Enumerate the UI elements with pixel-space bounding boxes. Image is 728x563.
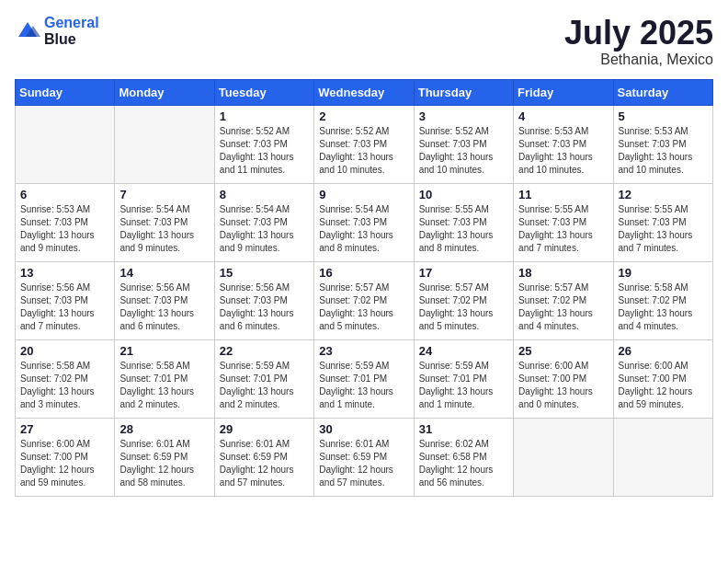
table-cell <box>115 105 214 183</box>
day-number: 29 <box>220 422 309 436</box>
table-cell: 4Sunrise: 5:53 AM Sunset: 7:03 PM Daylig… <box>514 105 613 183</box>
day-number: 10 <box>419 188 508 201</box>
day-info: Sunrise: 5:58 AM Sunset: 7:01 PM Dayligh… <box>119 360 209 411</box>
table-cell: 20Sunrise: 5:58 AM Sunset: 7:02 PM Dayli… <box>16 339 115 418</box>
week-row-3: 13Sunrise: 5:56 AM Sunset: 7:03 PM Dayli… <box>16 261 713 339</box>
table-cell: 7Sunrise: 5:54 AM Sunset: 7:03 PM Daylig… <box>115 183 214 261</box>
day-info: Sunrise: 5:52 AM Sunset: 7:03 PM Dayligh… <box>319 125 408 177</box>
table-cell: 16Sunrise: 5:57 AM Sunset: 7:02 PM Dayli… <box>314 261 414 339</box>
table-cell: 13Sunrise: 5:56 AM Sunset: 7:03 PM Dayli… <box>16 261 115 339</box>
week-row-5: 27Sunrise: 6:00 AM Sunset: 7:00 PM Dayli… <box>16 418 713 496</box>
table-cell: 17Sunrise: 5:57 AM Sunset: 7:02 PM Dayli… <box>414 261 513 339</box>
table-cell: 1Sunrise: 5:52 AM Sunset: 7:03 PM Daylig… <box>214 105 313 183</box>
table-cell: 9Sunrise: 5:54 AM Sunset: 7:03 PM Daylig… <box>314 183 414 261</box>
day-number: 28 <box>119 422 209 436</box>
day-info: Sunrise: 6:02 AM Sunset: 6:58 PM Dayligh… <box>419 438 508 489</box>
day-number: 15 <box>220 266 309 280</box>
day-number: 2 <box>319 109 408 123</box>
day-info: Sunrise: 5:58 AM Sunset: 7:02 PM Dayligh… <box>20 360 109 411</box>
page-header: General Blue July 2025 Bethania, Mexico <box>15 15 713 68</box>
day-number: 14 <box>119 266 209 280</box>
day-info: Sunrise: 5:57 AM Sunset: 7:02 PM Dayligh… <box>419 282 508 333</box>
day-number: 1 <box>220 109 309 123</box>
month-title: July 2025 <box>564 15 713 52</box>
table-cell: 28Sunrise: 6:01 AM Sunset: 6:59 PM Dayli… <box>115 418 214 496</box>
day-number: 3 <box>419 109 508 123</box>
table-cell <box>613 418 712 496</box>
day-info: Sunrise: 5:58 AM Sunset: 7:02 PM Dayligh… <box>619 282 708 333</box>
table-cell: 21Sunrise: 5:58 AM Sunset: 7:01 PM Dayli… <box>115 339 214 418</box>
day-number: 20 <box>20 344 109 358</box>
day-number: 13 <box>20 266 109 280</box>
table-cell <box>16 105 115 183</box>
day-number: 25 <box>518 344 608 358</box>
table-cell: 30Sunrise: 6:01 AM Sunset: 6:59 PM Dayli… <box>314 418 414 496</box>
weekday-header-thursday: Thursday <box>414 79 513 105</box>
day-info: Sunrise: 5:59 AM Sunset: 7:01 PM Dayligh… <box>319 360 408 411</box>
table-cell: 3Sunrise: 5:52 AM Sunset: 7:03 PM Daylig… <box>414 105 513 183</box>
day-info: Sunrise: 5:56 AM Sunset: 7:03 PM Dayligh… <box>20 282 109 333</box>
weekday-header-friday: Friday <box>514 79 613 105</box>
day-info: Sunrise: 6:00 AM Sunset: 7:00 PM Dayligh… <box>20 438 109 489</box>
day-number: 18 <box>518 266 608 280</box>
logo-icon <box>15 18 40 44</box>
day-info: Sunrise: 5:53 AM Sunset: 7:03 PM Dayligh… <box>518 125 608 177</box>
day-number: 11 <box>518 188 608 201</box>
day-number: 8 <box>220 188 309 201</box>
table-cell: 8Sunrise: 5:54 AM Sunset: 7:03 PM Daylig… <box>214 183 313 261</box>
table-cell: 19Sunrise: 5:58 AM Sunset: 7:02 PM Dayli… <box>613 261 712 339</box>
table-cell: 10Sunrise: 5:55 AM Sunset: 7:03 PM Dayli… <box>414 183 513 261</box>
day-number: 21 <box>119 344 209 358</box>
logo-line2: Blue <box>44 31 99 48</box>
table-cell: 18Sunrise: 5:57 AM Sunset: 7:02 PM Dayli… <box>514 261 613 339</box>
day-info: Sunrise: 5:56 AM Sunset: 7:03 PM Dayligh… <box>220 282 309 333</box>
day-info: Sunrise: 5:54 AM Sunset: 7:03 PM Dayligh… <box>119 203 209 255</box>
day-info: Sunrise: 5:56 AM Sunset: 7:03 PM Dayligh… <box>119 282 209 333</box>
table-cell: 23Sunrise: 5:59 AM Sunset: 7:01 PM Dayli… <box>314 339 414 418</box>
weekday-header-sunday: Sunday <box>16 79 115 105</box>
logo-line1: General <box>44 15 99 30</box>
day-number: 5 <box>619 109 708 123</box>
day-info: Sunrise: 6:01 AM Sunset: 6:59 PM Dayligh… <box>220 438 309 489</box>
day-number: 23 <box>319 344 408 358</box>
location: Bethania, Mexico <box>564 52 713 68</box>
day-info: Sunrise: 5:55 AM Sunset: 7:03 PM Dayligh… <box>518 203 608 255</box>
day-number: 19 <box>619 266 708 280</box>
day-number: 16 <box>319 266 408 280</box>
day-info: Sunrise: 5:53 AM Sunset: 7:03 PM Dayligh… <box>20 203 109 255</box>
table-cell: 22Sunrise: 5:59 AM Sunset: 7:01 PM Dayli… <box>214 339 313 418</box>
day-info: Sunrise: 5:54 AM Sunset: 7:03 PM Dayligh… <box>319 203 408 255</box>
table-cell: 25Sunrise: 6:00 AM Sunset: 7:00 PM Dayli… <box>514 339 613 418</box>
weekday-header-row: SundayMondayTuesdayWednesdayThursdayFrid… <box>16 79 713 105</box>
logo: General Blue <box>15 15 99 47</box>
day-info: Sunrise: 5:52 AM Sunset: 7:03 PM Dayligh… <box>419 125 508 177</box>
day-info: Sunrise: 5:59 AM Sunset: 7:01 PM Dayligh… <box>419 360 508 411</box>
day-number: 9 <box>319 188 408 201</box>
day-number: 30 <box>319 422 408 436</box>
weekday-header-monday: Monday <box>115 79 214 105</box>
table-cell: 12Sunrise: 5:55 AM Sunset: 7:03 PM Dayli… <box>613 183 712 261</box>
weekday-header-wednesday: Wednesday <box>314 79 414 105</box>
table-cell: 14Sunrise: 5:56 AM Sunset: 7:03 PM Dayli… <box>115 261 214 339</box>
day-info: Sunrise: 5:52 AM Sunset: 7:03 PM Dayligh… <box>220 125 309 177</box>
day-info: Sunrise: 5:54 AM Sunset: 7:03 PM Dayligh… <box>220 203 309 255</box>
table-cell: 31Sunrise: 6:02 AM Sunset: 6:58 PM Dayli… <box>414 418 513 496</box>
day-info: Sunrise: 6:01 AM Sunset: 6:59 PM Dayligh… <box>119 438 209 489</box>
table-cell: 24Sunrise: 5:59 AM Sunset: 7:01 PM Dayli… <box>414 339 513 418</box>
day-number: 4 <box>518 109 608 123</box>
day-info: Sunrise: 5:57 AM Sunset: 7:02 PM Dayligh… <box>518 282 608 333</box>
day-number: 27 <box>20 422 109 436</box>
table-cell: 11Sunrise: 5:55 AM Sunset: 7:03 PM Dayli… <box>514 183 613 261</box>
day-number: 31 <box>419 422 508 436</box>
day-number: 24 <box>419 344 508 358</box>
day-number: 7 <box>119 188 209 201</box>
week-row-2: 6Sunrise: 5:53 AM Sunset: 7:03 PM Daylig… <box>16 183 713 261</box>
day-info: Sunrise: 5:55 AM Sunset: 7:03 PM Dayligh… <box>419 203 508 255</box>
day-info: Sunrise: 6:00 AM Sunset: 7:00 PM Dayligh… <box>518 360 608 411</box>
table-cell: 29Sunrise: 6:01 AM Sunset: 6:59 PM Dayli… <box>214 418 313 496</box>
day-number: 26 <box>619 344 708 358</box>
weekday-header-saturday: Saturday <box>613 79 712 105</box>
table-cell: 6Sunrise: 5:53 AM Sunset: 7:03 PM Daylig… <box>16 183 115 261</box>
day-info: Sunrise: 6:00 AM Sunset: 7:00 PM Dayligh… <box>619 360 708 411</box>
week-row-4: 20Sunrise: 5:58 AM Sunset: 7:02 PM Dayli… <box>16 339 713 418</box>
